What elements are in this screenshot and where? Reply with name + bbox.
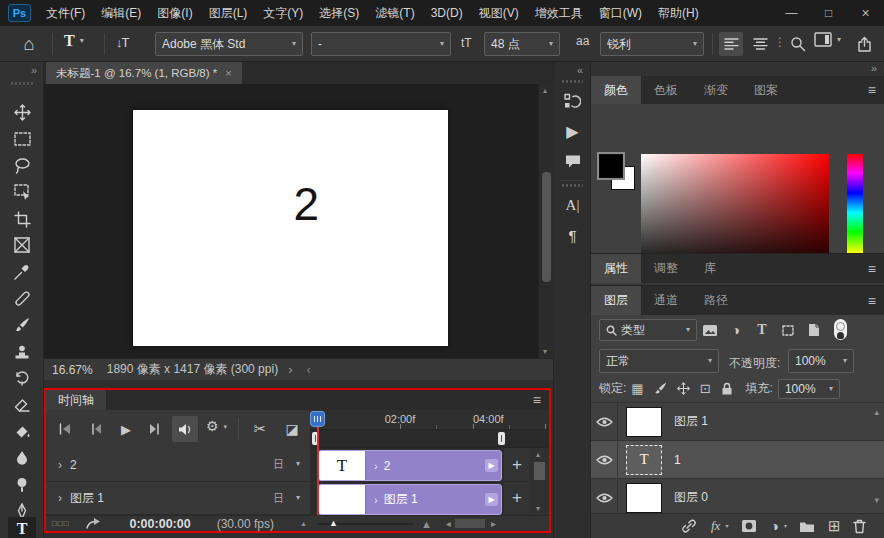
zoom-in-icon[interactable]: ▲ xyxy=(421,518,432,530)
menu-item-layer[interactable]: 图层(L) xyxy=(201,5,256,22)
canvas-vscrollbar[interactable]: ▴ ▾ xyxy=(538,84,553,358)
timeline-settings-button[interactable]: ⚙ ▾ xyxy=(206,418,227,434)
font-style-select[interactable]: - ▾ xyxy=(311,32,451,56)
clip-1-play-icon[interactable]: ▶ xyxy=(485,459,498,472)
menu-item-plugins[interactable]: 增效工具 xyxy=(527,5,591,22)
delete-layer-icon[interactable] xyxy=(853,519,866,534)
track-header-2[interactable]: › 图层 1 日 ▾ xyxy=(46,482,310,515)
disclosure-icon[interactable]: › xyxy=(58,491,62,505)
filter-smart-objects-icon[interactable] xyxy=(802,321,826,339)
lock-position-icon[interactable] xyxy=(677,382,690,395)
disclosure-icon[interactable]: › xyxy=(374,460,378,472)
layers-scroll-down-icon[interactable]: ▾ xyxy=(874,495,879,505)
menu-item-3d[interactable]: 3D(D) xyxy=(423,6,471,20)
split-clip-button[interactable]: ✂ xyxy=(248,418,272,440)
history-panel-icon[interactable] xyxy=(559,88,586,114)
document-tab[interactable]: 未标题-1 @ 16.7% (1, RGB/8) * × xyxy=(46,62,242,84)
character-panel-icon[interactable]: A| xyxy=(559,192,586,218)
close-tab-icon[interactable]: × xyxy=(225,67,231,79)
workspace-switcher[interactable]: ▾ xyxy=(814,32,841,47)
paragraph-panel-icon[interactable]: ¶ xyxy=(559,222,586,248)
tab-swatches[interactable]: 色板 xyxy=(641,76,691,104)
crop-tool[interactable] xyxy=(8,207,36,231)
blend-mode-select[interactable]: 正常 ▾ xyxy=(599,349,719,373)
zoom-level[interactable]: 16.67% xyxy=(52,363,93,377)
filter-shape-layers-icon[interactable] xyxy=(776,321,800,339)
film-icon[interactable]: 日 xyxy=(273,457,284,472)
filter-pixel-layers-icon[interactable] xyxy=(698,321,722,339)
clip-2-play-icon[interactable]: ▶ xyxy=(485,493,498,506)
layer-2-type-thumbnail[interactable]: T xyxy=(626,445,662,475)
tool-preset-type[interactable]: T ▾ xyxy=(64,32,84,50)
menu-item-help[interactable]: 帮助(H) xyxy=(650,5,707,22)
menu-item-select[interactable]: 选择(S) xyxy=(311,5,367,22)
menu-item-type[interactable]: 文字(Y) xyxy=(255,5,311,22)
align-center-button[interactable] xyxy=(748,32,772,56)
menu-item-edit[interactable]: 编辑(E) xyxy=(93,5,149,22)
visibility-eye-icon[interactable] xyxy=(591,454,617,466)
new-layer-icon[interactable]: ⊞ xyxy=(828,517,841,535)
scroll-down-icon[interactable]: ▾ xyxy=(536,504,540,513)
lock-paint-icon[interactable] xyxy=(654,382,667,395)
menu-item-filter[interactable]: 滤镜(T) xyxy=(367,5,422,22)
zoom-slider-thumb[interactable]: ▲ xyxy=(329,518,338,528)
playhead-handle[interactable] xyxy=(310,411,325,427)
layer-row-1[interactable]: 图层 1 xyxy=(591,403,884,441)
menu-item-window[interactable]: 窗口(W) xyxy=(591,5,650,22)
tab-patterns[interactable]: 图案 xyxy=(741,76,791,104)
visibility-eye-icon[interactable] xyxy=(591,416,617,428)
visibility-eye-icon[interactable] xyxy=(591,492,617,504)
transition-button[interactable]: ◪ xyxy=(280,418,304,440)
collapse-dock-icon[interactable]: » xyxy=(871,62,877,74)
text-orientation-button[interactable]: ↓T xyxy=(116,35,128,50)
scroll-down-icon[interactable]: ▾ xyxy=(543,347,547,356)
previous-frame-button[interactable] xyxy=(84,418,106,440)
lock-artboard-icon[interactable]: ⊡ xyxy=(700,381,711,396)
layer-style-fx-icon[interactable]: fx ▾ xyxy=(711,518,728,534)
menu-item-image[interactable]: 图像(I) xyxy=(149,5,200,22)
history-brush-tool[interactable] xyxy=(8,366,36,390)
hscroll-thumb[interactable] xyxy=(455,519,485,528)
dodge-tool[interactable] xyxy=(8,473,36,497)
opacity-select[interactable]: 100% ▾ xyxy=(788,349,854,373)
filter-adjustment-layers-icon[interactable]: ◑ xyxy=(724,321,748,339)
zoom-out-icon[interactable]: ▲ xyxy=(300,520,307,527)
share-icon[interactable] xyxy=(852,32,876,56)
scroll-up-icon[interactable]: ▴ xyxy=(536,450,540,459)
anti-alias-select[interactable]: 锐利 ▾ xyxy=(600,32,704,56)
timeline-vscroll-thumb[interactable] xyxy=(534,462,545,480)
new-group-icon[interactable] xyxy=(799,520,815,533)
object-selection-tool[interactable] xyxy=(8,180,36,204)
tab-libraries[interactable]: 库 xyxy=(691,254,729,283)
adjustment-layer-icon[interactable]: ◑ ▾ xyxy=(770,518,786,534)
track-header-1[interactable]: › 2 日 ▾ xyxy=(46,448,310,482)
layer-filter-select[interactable]: 类型 ▾ xyxy=(599,319,697,341)
add-mask-icon[interactable] xyxy=(741,519,757,533)
timeline-vscrollbar[interactable]: ▴ ▾ xyxy=(530,448,549,515)
render-icon[interactable] xyxy=(86,518,100,529)
layer-1-thumbnail[interactable] xyxy=(626,407,662,437)
filter-type-layers-icon[interactable]: T xyxy=(750,321,774,339)
eraser-tool[interactable] xyxy=(8,393,36,417)
type-tool[interactable]: T xyxy=(8,517,36,538)
tab-color[interactable]: 颜色 xyxy=(591,76,641,104)
play-button[interactable]: ▶ xyxy=(114,418,138,440)
tab-channels[interactable]: 通道 xyxy=(641,286,691,315)
vscroll-thumb[interactable] xyxy=(542,172,551,282)
fill-select[interactable]: 100% ▾ xyxy=(778,379,840,399)
foreground-color-swatch[interactable] xyxy=(599,154,623,178)
frames-toggle-icon[interactable]: □□□ xyxy=(52,519,70,528)
tab-adjustments[interactable]: 调整 xyxy=(641,254,691,283)
notes-panel-icon[interactable] xyxy=(559,148,586,174)
move-tool[interactable] xyxy=(8,100,36,124)
layer-3-name[interactable]: 图层 0 xyxy=(674,489,708,506)
blur-tool[interactable] xyxy=(8,446,36,470)
healing-brush-tool[interactable] xyxy=(8,286,36,310)
film-icon[interactable]: 日 xyxy=(273,491,284,506)
layer-row-3[interactable]: 图层 0 xyxy=(591,479,884,517)
home-icon[interactable]: ⌂ xyxy=(16,31,42,57)
timeline-tab[interactable]: 时间轴 xyxy=(46,390,106,410)
minimize-button[interactable]: — xyxy=(773,0,810,26)
align-left-button[interactable] xyxy=(719,32,743,56)
search-icon[interactable] xyxy=(786,32,810,56)
